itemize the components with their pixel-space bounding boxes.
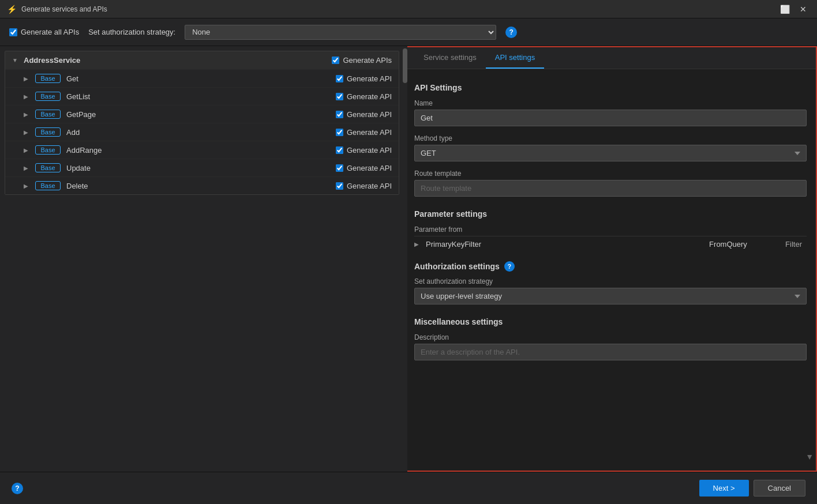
set-auth-strategy-label: Set authorization strategy:	[88, 28, 175, 36]
method-row-getlist[interactable]: ▶ Base GetList Generate API	[5, 87, 399, 105]
misc-settings-title: Miscellaneous settings	[414, 317, 807, 326]
service-chevron-icon: ▼	[12, 57, 19, 63]
method-name-add: Add	[66, 128, 330, 137]
panel-content: API Settings Name Method type GET POST P…	[405, 69, 816, 471]
generate-api-label-update[interactable]: Generate API	[336, 164, 392, 172]
set-auth-strategy-label: Set authorization strategy	[414, 277, 807, 285]
method-name-update: Update	[66, 164, 330, 172]
generate-api-checkbox-get[interactable]	[336, 75, 343, 82]
scrollbar-track	[404, 46, 407, 472]
generate-api-label-add[interactable]: Generate API	[336, 128, 392, 137]
generate-api-label-addrange[interactable]: Generate API	[336, 146, 392, 155]
name-label: Name	[414, 99, 807, 107]
restore-button[interactable]: ⬜	[778, 2, 792, 16]
generate-api-checkbox-update[interactable]	[336, 164, 343, 172]
left-panel: ▼ AddressService Generate APIs ▶ Base Ge…	[0, 46, 404, 472]
method-chevron-update: ▶	[24, 165, 29, 171]
auth-strategy-select[interactable]: None JWT OAuth2 Basic	[185, 25, 496, 40]
method-row-getpage[interactable]: ▶ Base GetPage Generate API	[5, 105, 399, 123]
method-name-addrange: AddRange	[66, 146, 330, 155]
title-bar-controls: ⬜ ✕	[778, 2, 810, 16]
generate-api-label-get[interactable]: Generate API	[336, 74, 392, 83]
generate-api-label-getpage[interactable]: Generate API	[336, 110, 392, 119]
generate-api-text-getpage: Generate API	[347, 110, 392, 119]
method-chevron-add: ▶	[24, 129, 29, 136]
method-name-getpage: GetPage	[66, 110, 330, 119]
generate-api-checkbox-getpage[interactable]	[336, 111, 343, 118]
generate-all-apis-checkbox[interactable]	[9, 28, 17, 36]
generate-api-text-update: Generate API	[347, 164, 392, 172]
method-chevron-delete: ▶	[24, 183, 29, 189]
method-badge-update: Base	[35, 163, 61, 172]
method-type-label: Method type	[414, 134, 807, 142]
method-type-select[interactable]: GET POST PUT DELETE PATCH	[414, 145, 807, 161]
footer-left: ?	[12, 483, 23, 494]
name-input[interactable]	[414, 110, 807, 126]
generate-apis-checkbox[interactable]	[332, 57, 339, 64]
service-group: ▼ AddressService Generate APIs ▶ Base Ge…	[5, 51, 399, 195]
generate-api-text-getlist: Generate API	[347, 92, 392, 101]
auth-settings-header: Authorization settings ?	[414, 261, 807, 272]
generate-api-checkbox-getlist[interactable]	[336, 93, 343, 100]
generate-apis-checkbox-label[interactable]: Generate APIs	[332, 56, 392, 65]
generate-api-label-delete[interactable]: Generate API	[336, 182, 392, 190]
cancel-button[interactable]: Cancel	[754, 480, 805, 497]
close-button[interactable]: ✕	[796, 2, 810, 16]
method-badge-getlist: Base	[35, 92, 61, 101]
tab-api-settings[interactable]: API settings	[486, 47, 544, 69]
generate-api-text-get: Generate API	[347, 74, 392, 83]
param-source: FromQuery	[709, 240, 778, 249]
method-row-delete[interactable]: ▶ Base Delete Generate API	[5, 176, 399, 194]
main-area: ▼ AddressService Generate APIs ▶ Base Ge…	[0, 46, 817, 472]
footer-right: Next > Cancel	[699, 480, 805, 497]
api-settings-title: API Settings	[414, 83, 807, 92]
param-type: Filter	[785, 240, 807, 249]
method-row-get[interactable]: ▶ Base Get Generate API	[5, 69, 399, 87]
method-badge-add: Base	[35, 127, 61, 137]
route-template-label: Route template	[414, 170, 807, 178]
method-row-add[interactable]: ▶ Base Add Generate API	[5, 123, 399, 141]
toolbar-help-button[interactable]: ?	[505, 27, 517, 38]
auth-strategy-select-panel[interactable]: Use upper-level strategy None JWT OAuth2	[414, 288, 807, 304]
right-panel: Service settings API settings API Settin…	[404, 46, 817, 472]
scroll-down-icon: ▼	[805, 452, 814, 461]
method-row-update[interactable]: ▶ Base Update Generate API	[5, 159, 399, 176]
generate-api-checkbox-delete[interactable]	[336, 182, 343, 190]
method-badge-delete: Base	[35, 181, 61, 190]
title-bar: ⚡ Generate services and APIs ⬜ ✕	[0, 0, 817, 18]
method-row-addrange[interactable]: ▶ Base AddRange Generate API	[5, 141, 399, 159]
generate-api-text-add: Generate API	[347, 128, 392, 137]
parameter-row[interactable]: ▶ PrimaryKeyFilter FromQuery Filter	[414, 236, 807, 252]
generate-all-apis-label: Generate all APIs	[21, 28, 79, 36]
tab-service-settings[interactable]: Service settings	[414, 47, 486, 69]
method-name-delete: Delete	[66, 182, 330, 190]
method-badge-getpage: Base	[35, 110, 61, 119]
footer: ? Next > Cancel	[0, 472, 817, 504]
method-chevron-addrange: ▶	[24, 147, 29, 153]
method-name-get: Get	[66, 74, 330, 83]
auth-help-button[interactable]: ?	[504, 261, 515, 272]
footer-help-button[interactable]: ?	[12, 483, 23, 494]
route-template-input[interactable]	[414, 180, 807, 197]
method-name-getlist: GetList	[66, 92, 330, 101]
generate-api-text-addrange: Generate API	[347, 146, 392, 155]
description-input[interactable]	[414, 344, 807, 360]
scrollbar-thumb[interactable]	[404, 48, 407, 83]
toolbar: Generate all APIs Set authorization stra…	[0, 18, 817, 46]
app-icon: ⚡	[7, 5, 17, 14]
method-badge-get: Base	[35, 74, 61, 83]
generate-api-label-getlist[interactable]: Generate API	[336, 92, 392, 101]
generate-all-apis-checkbox-label[interactable]: Generate all APIs	[9, 28, 79, 36]
auth-settings-title: Authorization settings	[414, 262, 500, 271]
param-chevron-icon: ▶	[414, 241, 419, 247]
method-rows: ▶ Base Get Generate API ▶ Base GetList G…	[5, 69, 399, 194]
generate-api-checkbox-add[interactable]	[336, 129, 343, 136]
generate-api-checkbox-addrange[interactable]	[336, 146, 343, 154]
method-chevron-getlist: ▶	[24, 93, 29, 100]
tabs-bar: Service settings API settings	[405, 47, 816, 69]
service-header[interactable]: ▼ AddressService Generate APIs	[5, 51, 399, 69]
method-chevron-getpage: ▶	[24, 111, 29, 118]
generate-apis-label-text: Generate APIs	[343, 56, 392, 65]
window-title: Generate services and APIs	[21, 5, 107, 13]
next-button[interactable]: Next >	[699, 480, 749, 497]
